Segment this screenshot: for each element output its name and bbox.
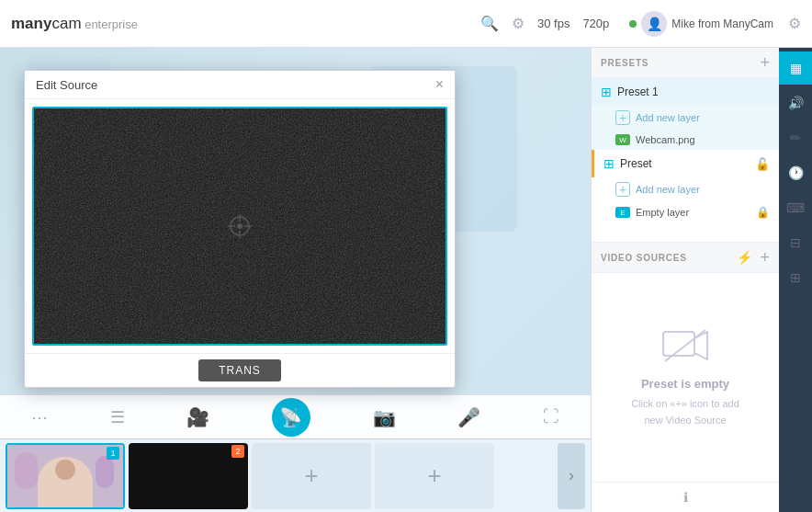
edit-source-modal: Edit Source × [24,70,456,388]
settings-gear-icon[interactable]: ⚙ [788,15,801,32]
presets-panel: PRESETS + ⊞ Preset 1 + Add new layer W W… [591,48,779,512]
empty-state-title: Preset is empty [641,377,729,391]
sidebar-btn-audio[interactable]: 🔊 [779,86,812,119]
filmstrip-more-button[interactable]: › [558,443,585,509]
presets-add-button[interactable]: + [760,54,770,71]
empty-layer-icon: E [615,207,630,218]
chevron-right-icon: › [569,466,574,485]
center-area: Edit Source × [0,48,591,512]
trans-button[interactable]: TRANS [198,359,281,381]
webcam-layer-icon: W [615,134,630,145]
add-slot-1-icon: + [304,461,318,490]
presets-section-header: PRESETS + [592,48,779,78]
zoom-icon[interactable]: 🔍 [480,15,499,32]
crosshair-icon [226,212,254,240]
preset-1-item[interactable]: ⊞ Preset 1 [592,78,779,106]
video-sources-empty-state: Preset is empty Click on «+» icon to add… [592,273,779,482]
keyboard-icon: ⌨ [786,200,805,215]
no-video-icon [661,326,709,368]
effects-icon[interactable]: ⚙ [512,15,524,32]
filmstrip-thumb-1[interactable]: 1 [6,443,125,509]
video-sources-filter-icon[interactable]: ⚡ [737,250,752,265]
modal-header: Edit Source × [25,71,455,99]
layers-icon: ▦ [790,61,802,75]
audio-icon: 🔊 [788,96,804,110]
empty-layer-lock-icon: 🔒 [756,206,770,219]
panel-info-button[interactable]: ℹ [592,482,779,512]
modal-overlay: Edit Source × [9,55,591,438]
add-layer-1-label: Add new layer [636,112,700,123]
filmstrip: 1 2 + + › [0,438,591,512]
sidebar-btn-keyboard[interactable]: ⌨ [779,191,812,224]
user-area: 👤 Mike from ManyCam [622,11,781,37]
user-status-dot [629,20,637,28]
preset-2-item[interactable]: ⊞ Preset 🔓 [592,150,779,177]
preset-2-add-layer[interactable]: + Add new layer [592,177,779,201]
preset-2-label: Preset [620,157,652,170]
right-sidebar: ▦ 🔊 ✏ 🕐 ⌨ ⊟ ⊞ [779,48,812,512]
user-icon: 👤 [641,11,667,37]
main-layout: Edit Source × [0,48,812,512]
modal-footer: TRANS [25,353,455,387]
svg-point-2 [237,223,242,229]
preset-2-empty-layer[interactable]: E Empty layer 🔒 [592,201,779,223]
video-sources-add-button[interactable]: + [760,249,770,266]
clock-icon: 🕐 [788,165,804,180]
add-layer-2-label: Add new layer [636,184,700,195]
add-layer-2-icon: + [615,182,630,197]
modal-title: Edit Source [36,78,97,92]
sidebar-btn-clock[interactable]: 🕐 [779,156,812,189]
presets-header-title: PRESETS [601,58,648,68]
filmstrip-add-1[interactable]: + [252,443,371,509]
pen-icon: ✏ [790,131,801,145]
fps-display: 30 fps [537,17,570,30]
video-sources-title: VIDEO SOURCES [601,253,687,263]
sidebar-btn-pen[interactable]: ✏ [779,121,812,154]
webcam-layer-label: Webcam.png [636,134,695,145]
filmstrip-thumb-2[interactable]: 2 [129,443,248,509]
info-icon: ℹ [683,490,688,505]
topbar: manycam enterprise 🔍 ⚙ 30 fps 720p 👤 Mik… [0,0,812,48]
sidebar-btn-stack[interactable]: ⊟ [779,226,812,259]
resolution-display: 720p [582,17,609,30]
logo: manycam enterprise [11,15,138,33]
sidebar-btn-grid[interactable]: ⊞ [779,261,812,294]
add-slot-2-icon: + [427,461,441,490]
preset-2-icon: ⊞ [603,156,615,171]
video-sources-header: VIDEO SOURCES ⚡ + [592,242,779,273]
empty-layer-label: Empty layer [636,207,689,218]
modal-close-button[interactable]: × [435,77,444,92]
svg-rect-7 [663,332,694,356]
preset-1-icon: ⊞ [601,85,612,99]
user-name: Mike from ManyCam [671,17,773,30]
filmstrip-badge-1: 1 [107,447,119,460]
filmstrip-add-2[interactable]: + [375,443,494,509]
preset-2-lock-icon: 🔓 [755,157,770,171]
preset-1-add-layer[interactable]: + Add new layer [592,106,779,130]
grid-icon: ⊞ [790,270,801,285]
video-preview-area [32,107,447,346]
stack-icon: ⊟ [790,235,801,250]
sidebar-btn-layers[interactable]: ▦ [779,51,812,85]
empty-state-description: Click on «+» icon to add new Video Sourc… [631,396,739,428]
filmstrip-badge-2: 2 [231,445,244,458]
add-layer-1-icon: + [615,110,630,125]
preset-1-webcam-layer[interactable]: W Webcam.png [592,130,779,150]
preset-1-label: Preset 1 [617,85,659,98]
modal-body [25,99,455,353]
